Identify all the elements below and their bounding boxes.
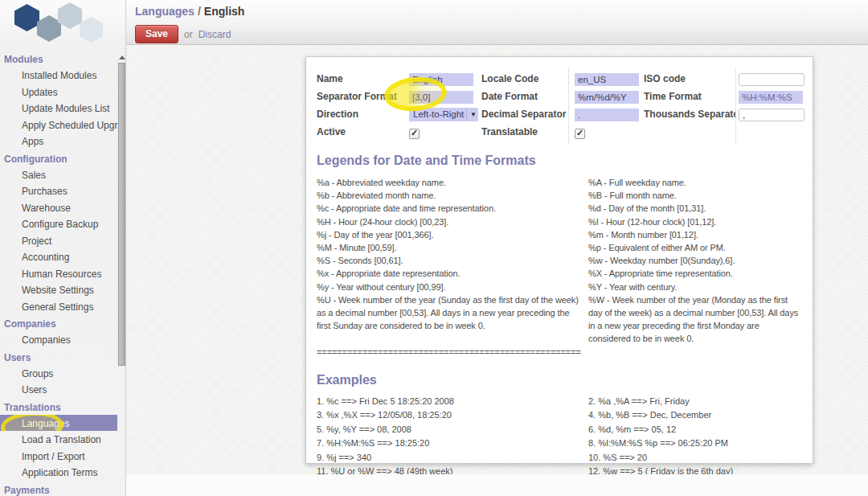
active-label: Active	[317, 126, 409, 137]
sidebar-item[interactable]: Accounting	[0, 248, 118, 265]
example-entry-right: 4. %b, %B ==> Dec, December	[588, 408, 801, 423]
scrollbar-up-arrow-icon[interactable]	[119, 55, 125, 59]
sidebar-item[interactable]: Update Modules List	[0, 100, 118, 117]
sidebar-item[interactable]: Configure Backup	[0, 215, 118, 232]
direction-select-value: Left-to-Right	[413, 109, 464, 119]
sidebar: Modules Installed Modules Updates Update…	[0, 0, 126, 496]
legend-entry-left: %U - Week number of the year (Sunday as …	[317, 293, 579, 346]
thousands-separator-input[interactable]	[739, 109, 805, 121]
locale-code-input[interactable]	[575, 73, 639, 86]
legend-entry-right: %X - Appropriate time representation.	[588, 267, 801, 280]
sidebar-item[interactable]: Apply Scheduled Upgra...	[0, 117, 118, 133]
legends-list: %a - Abbreviated weekday name. %A - Full…	[317, 176, 801, 359]
logo-hexagon-icon	[14, 4, 39, 31]
legend-entry-right: %I - Hour (12-hour clock) [01,12].	[588, 215, 801, 228]
sidebar-item[interactable]: Application Terms	[0, 464, 118, 481]
column-divider	[735, 68, 736, 145]
locale-code-label: Locale Code	[481, 73, 568, 84]
legend-entry-right: %Y - Year with century.	[588, 281, 801, 293]
example-entry-left: 1. %c ==> Fri Dec 5 18:25:20 2008	[317, 395, 579, 409]
legend-entry-left: %b - Abbreviated month name.	[317, 189, 579, 202]
breadcrumb: Languages/English	[135, 5, 244, 18]
column-divider	[568, 68, 569, 145]
example-entry-left: 3. %x ,%X ==> 12/05/08, 18:25:20	[317, 408, 579, 423]
discard-link[interactable]: Discard	[199, 29, 231, 40]
page-bottom-strip	[126, 474, 868, 496]
sidebar-item[interactable]: General Settings	[0, 298, 118, 315]
sidebar-nav: Modules Installed Modules Updates Update…	[0, 50, 118, 496]
sidebar-item[interactable]: Import / Export	[0, 448, 118, 465]
legend-entry-left: %x - Appropriate date representation.	[317, 267, 579, 280]
sidebar-item[interactable]: Load a Translation	[0, 431, 118, 448]
sidebar-item[interactable]: Users	[0, 381, 118, 398]
sidebar-item[interactable]: Sales	[0, 166, 118, 183]
direction-select[interactable]: Left-to-Right ▼	[409, 108, 478, 121]
logo-hexagon-icon	[58, 2, 82, 29]
legend-entry-right	[588, 346, 801, 359]
thousands-separator-label: Thousands Separator	[644, 109, 735, 120]
separator-format-label: Separator Format	[317, 91, 409, 102]
top-header: Languages/English Save or Discard	[126, 0, 868, 45]
legend-entry-left: %j - Day of the year [001,366].	[317, 228, 579, 241]
examples-list: 1. %c ==> Fri Dec 5 18:25:20 2008 2. %a …	[317, 395, 801, 479]
legend-entry-left: %c - Appropriate date and time represent…	[317, 202, 579, 215]
sidebar-item[interactable]: Users	[0, 348, 118, 365]
legend-entry-right: %W - Week number of the year (Monday as …	[588, 293, 801, 346]
sidebar-item[interactable]: Modules	[0, 50, 118, 67]
example-entry-left: 9. %j ==> 340	[317, 451, 579, 465]
example-entry-right: 6. %d, %m ==> 05, 12	[588, 423, 801, 437]
logo-hexagon-icon	[80, 17, 103, 43]
separator-format-input[interactable]	[409, 91, 473, 104]
example-entry-left: 7. %H:%M:%S ==> 18:25:20	[317, 437, 579, 451]
iso-code-label: ISO code	[644, 73, 735, 84]
examples-section-title: Examples	[317, 373, 801, 387]
legend-entry-left: %H - Hour (24-hour clock) [00,23].	[317, 215, 579, 228]
legend-entry-right: %p - Equivalent of either AM or PM.	[588, 241, 801, 254]
or-label: or	[184, 29, 193, 40]
sidebar-scrollbar[interactable]	[118, 63, 125, 366]
save-button[interactable]: Save	[135, 25, 178, 43]
example-entry-right: 10. %S ==> 20	[588, 451, 801, 465]
sidebar-item[interactable]: Installed Modules	[0, 67, 118, 84]
sidebar-item[interactable]: Configuration	[0, 150, 118, 166]
sidebar-item[interactable]: Project	[0, 232, 118, 249]
sidebar-item[interactable]: Warehouse	[0, 199, 118, 216]
legend-entry-left: %y - Year without century [00,99].	[317, 281, 579, 293]
legend-entry-right: %m - Month number [01,12].	[588, 228, 801, 241]
action-row: Save or Discard	[135, 25, 231, 43]
iso-code-input[interactable]	[739, 73, 805, 86]
form-sheet: Name Locale Code ISO code Separator Form…	[305, 56, 813, 464]
sidebar-item[interactable]: Human Resources	[0, 265, 118, 282]
language-form: Name Locale Code ISO code Separator Form…	[317, 70, 801, 141]
legend-entry-left: %S - Seconds [00,61].	[317, 254, 579, 267]
sidebar-item[interactable]: Groups	[0, 365, 118, 382]
sidebar-item[interactable]: Companies	[0, 331, 118, 348]
direction-label: Direction	[317, 109, 409, 120]
sidebar-item[interactable]: Apps	[0, 133, 118, 150]
sidebar-item[interactable]: Translations	[0, 398, 118, 415]
name-input[interactable]	[409, 73, 473, 86]
decimal-separator-input[interactable]	[575, 109, 639, 121]
sidebar-item[interactable]: Purchases	[0, 182, 118, 199]
example-entry-right: 8. %I:%M:%S %p ==> 06:25:20 PM	[588, 437, 801, 451]
sidebar-item[interactable]: Updates	[0, 84, 118, 100]
decimal-separator-label: Decimal Separator	[481, 109, 568, 120]
legend-entry-right: %B - Full month name.	[588, 189, 801, 202]
sidebar-item[interactable]: Website Settings	[0, 281, 118, 298]
example-entry-left: 5. %y, %Y ==> 08, 2008	[317, 423, 579, 437]
legend-entry-left: %M - Minute [00,59].	[317, 241, 579, 254]
legends-section-title: Legends for Date and Time Formats	[317, 154, 801, 168]
content-area: Name Locale Code ISO code Separator Form…	[126, 45, 868, 474]
sidebar-item[interactable]: Payments	[0, 481, 118, 496]
sidebar-item[interactable]: Languages	[0, 415, 117, 432]
sidebar-item[interactable]: Companies	[0, 314, 118, 331]
translatable-checkbox[interactable]	[575, 129, 585, 139]
active-checkbox[interactable]	[409, 129, 420, 139]
time-format-input[interactable]	[739, 91, 803, 104]
breadcrumb-languages-link[interactable]: Languages	[135, 5, 194, 18]
date-format-label: Date Format	[481, 91, 568, 102]
legend-entry-right: %w - Weekday number [0(Sunday),6].	[588, 254, 801, 267]
legend-entry-left: %a - Abbreviated weekday name.	[317, 176, 579, 189]
date-format-input[interactable]	[575, 91, 639, 104]
legend-entry-right: %A - Full weekday name.	[588, 176, 801, 189]
